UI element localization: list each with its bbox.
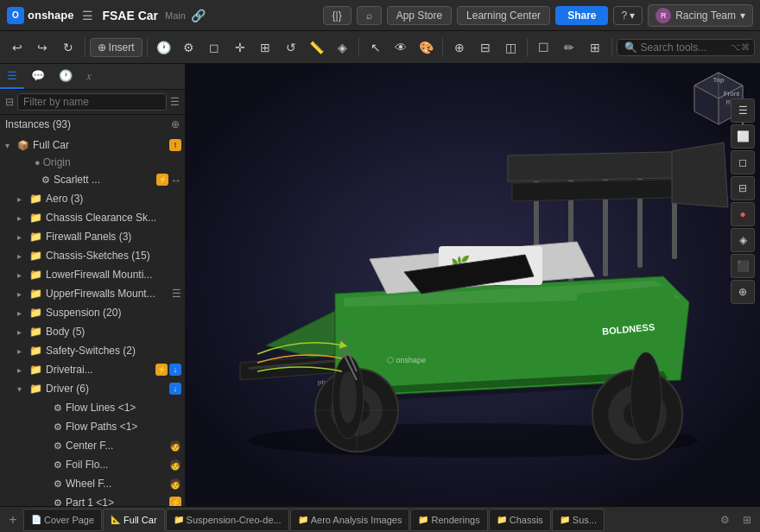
tree-item-suspension[interactable]: ▸ 📁 Suspension (20) bbox=[0, 303, 185, 322]
tab-renderings[interactable]: 📁 Renderings bbox=[410, 509, 487, 531]
rt-btn-display[interactable]: ◻ bbox=[731, 150, 755, 174]
toolbar-grid[interactable]: ⊟ bbox=[473, 35, 497, 60]
folder-drivetrain: 📁 bbox=[29, 364, 42, 376]
panel-tab-parts[interactable]: ☰ bbox=[0, 64, 24, 89]
tree-item-aero[interactable]: ▸ 📁 Aero (3) bbox=[0, 189, 185, 208]
toolbar-select[interactable]: ↖ bbox=[364, 35, 388, 60]
folder-driver: 📁 bbox=[29, 383, 42, 395]
tree-item-scarlett[interactable]: ▸ ⚙ Scarlett ... ⚡ ↔ bbox=[0, 170, 185, 189]
folder-firewall: 📁 bbox=[29, 231, 42, 243]
tree-item-chassis-sketches[interactable]: ▸ 📁 Chassis-Sketches (15) bbox=[0, 246, 185, 265]
tree-item-foil-flo[interactable]: ⚙ Foil Flo... 🧑 bbox=[0, 455, 185, 474]
list-icon[interactable]: ☰ bbox=[170, 96, 180, 108]
toolbar-shapes[interactable]: ◻ bbox=[203, 35, 227, 60]
onshape-icon: O bbox=[7, 7, 24, 24]
tab-suspension[interactable]: 📁 Suspension-Creo-de... bbox=[166, 509, 289, 531]
foil-flo-person: 🧑 bbox=[169, 459, 181, 471]
app-store-button[interactable]: App Store bbox=[387, 6, 452, 25]
filter-input[interactable] bbox=[17, 93, 167, 111]
toolbar-rotate[interactable]: ↺ bbox=[279, 35, 303, 60]
tab-cover-page[interactable]: 📄 Cover Page bbox=[23, 509, 102, 531]
toolbar-clock[interactable]: 🕐 bbox=[152, 35, 176, 60]
toolbar-refresh[interactable]: ↻ bbox=[56, 35, 80, 60]
tree-item-lower-firewall[interactable]: ▸ 📁 LowerFirewall Mounti... bbox=[0, 265, 185, 284]
origin-label: Origin bbox=[43, 156, 71, 168]
team-button[interactable]: R Racing Team ▾ bbox=[648, 4, 753, 27]
toolbar-hide[interactable]: 👁 bbox=[389, 35, 413, 60]
rt-btn-list[interactable]: ☰ bbox=[731, 98, 755, 123]
tab-sus[interactable]: 📁 Sus... bbox=[552, 509, 605, 531]
toolbar-sep-4 bbox=[442, 38, 443, 57]
tree-item-body[interactable]: ▸ 📁 Body (5) bbox=[0, 322, 185, 341]
tree-item-origin[interactable]: ● Origin bbox=[0, 155, 185, 170]
badge-warning: ! bbox=[169, 139, 181, 151]
tree-item-flow-lines[interactable]: ⚙ Flow Lines <1> bbox=[0, 398, 185, 417]
share-button[interactable]: Share bbox=[555, 6, 608, 25]
tree-item-firewall[interactable]: ▸ 📁 Firewall Panels (3) bbox=[0, 227, 185, 246]
tree-item-upper-firewall[interactable]: ▸ 📁 UpperFirewalls Mount... ☰ bbox=[0, 284, 185, 303]
toolbar-material[interactable]: 🎨 bbox=[415, 35, 439, 60]
insert-button[interactable]: ⊕ Insert bbox=[90, 38, 142, 57]
bottom-settings-btn[interactable]: ⚙ bbox=[715, 510, 734, 529]
bottom-grid-btn[interactable]: ⊞ bbox=[738, 510, 757, 529]
rt-btn-render[interactable]: ● bbox=[731, 202, 755, 226]
learning-center-button[interactable]: Learning Center bbox=[457, 6, 550, 25]
search-button[interactable]: ⌕ bbox=[357, 6, 382, 25]
panel-tab-variables[interactable]: 𝑥 bbox=[79, 64, 98, 89]
toolbar-align[interactable]: ⊞ bbox=[254, 35, 278, 60]
tab-label-cover: Cover Page bbox=[44, 515, 94, 525]
rt-btn-view[interactable]: ⊟ bbox=[731, 176, 755, 200]
rt-btn-measure2[interactable]: ◈ bbox=[731, 228, 755, 252]
tree-item-driver[interactable]: ▾ 📁 Driver (6) ↓ bbox=[0, 379, 185, 398]
tab-aero[interactable]: 📁 Aero Analysis Images bbox=[290, 509, 410, 531]
tab-label-sus: Sus... bbox=[573, 515, 597, 525]
tab-full-car[interactable]: 📐 Full Car bbox=[103, 509, 165, 531]
panel-tab-comment[interactable]: 💬 bbox=[24, 64, 52, 89]
scarlett-icon: ⚙ bbox=[41, 174, 50, 186]
center-f-icon: ⚙ bbox=[54, 440, 62, 452]
part1-badges: ⚡ bbox=[169, 497, 181, 506]
tab-chassis[interactable]: 📁 Chassis bbox=[489, 509, 551, 531]
toolbar-sketch[interactable]: ✏ bbox=[558, 35, 582, 60]
panel-tab-history[interactable]: 🕐 bbox=[52, 64, 79, 89]
add-tab-button[interactable]: + bbox=[3, 510, 22, 529]
toolbar-section[interactable]: ☐ bbox=[532, 35, 556, 60]
badge-orange: ⚡ bbox=[156, 174, 168, 186]
instances-count: Instances (93) bbox=[5, 118, 71, 130]
wheel-f-label: Wheel F... bbox=[66, 478, 168, 490]
tree-item-drivetrain[interactable]: ▸ 📁 Drivetrai... ⚡ ↓ bbox=[0, 360, 185, 379]
formula-button[interactable]: {|} bbox=[323, 6, 352, 25]
search-input[interactable] bbox=[641, 41, 727, 54]
instances-icon[interactable]: ⊕ bbox=[171, 118, 180, 130]
chevron-firewall: ▸ bbox=[17, 232, 29, 242]
search-tools[interactable]: 🔍 ⌥⌘ bbox=[617, 39, 756, 56]
toolbar-extra[interactable]: ⊞ bbox=[583, 35, 607, 60]
tree-item-fullcar[interactable]: ▾ 📦 Full Car ! bbox=[0, 136, 185, 155]
toolbar-display[interactable]: ◫ bbox=[498, 35, 522, 60]
tree-item-chassis-clearance[interactable]: ▸ 📁 Chassis Clearance Sk... bbox=[0, 208, 185, 227]
rt-btn-section[interactable]: ⬛ bbox=[731, 254, 755, 278]
context-menu-upper[interactable]: ☰ bbox=[172, 288, 181, 300]
help-button[interactable]: ? ▾ bbox=[613, 6, 643, 25]
link-icon[interactable]: 🔗 bbox=[191, 9, 206, 22]
toolbar-measure[interactable]: 📏 bbox=[305, 35, 329, 60]
toolbar-more-shapes[interactable]: ◈ bbox=[330, 35, 354, 60]
folder-suspension: 📁 bbox=[29, 307, 42, 319]
rt-btn-box[interactable]: ⬜ bbox=[731, 124, 755, 149]
rt-btn-extra[interactable]: ⊕ bbox=[731, 280, 755, 304]
tree-item-part1[interactable]: ⚙ Part 1 <1> ⚡ bbox=[0, 493, 185, 506]
firewall-label: Firewall Panels (3) bbox=[46, 231, 181, 243]
toolbar-transform[interactable]: ✛ bbox=[228, 35, 252, 60]
tab-icon-chassis: 📁 bbox=[497, 515, 507, 524]
toolbar-redo[interactable]: ↪ bbox=[31, 35, 55, 60]
hamburger-menu[interactable]: ☰ bbox=[79, 9, 97, 22]
bottom-tabs: + 📄 Cover Page 📐 Full Car 📁 Suspension-C… bbox=[0, 506, 760, 532]
tree-item-center-f[interactable]: ⚙ Center F... 🧑 bbox=[0, 436, 185, 455]
tree-item-safety[interactable]: ▸ 📁 Safety-Switches (2) bbox=[0, 341, 185, 360]
toolbar-undo[interactable]: ↩ bbox=[5, 35, 29, 60]
toolbar-settings[interactable]: ⚙ bbox=[177, 35, 201, 60]
tree-item-wheel-f[interactable]: ⚙ Wheel F... 🧑 bbox=[0, 474, 185, 493]
toolbar-snap[interactable]: ⊕ bbox=[447, 35, 472, 60]
panel-tabs: ☰ 💬 🕐 𝑥 bbox=[0, 64, 185, 90]
tree-item-flow-paths[interactable]: ⚙ Flow Paths <1> bbox=[0, 417, 185, 436]
